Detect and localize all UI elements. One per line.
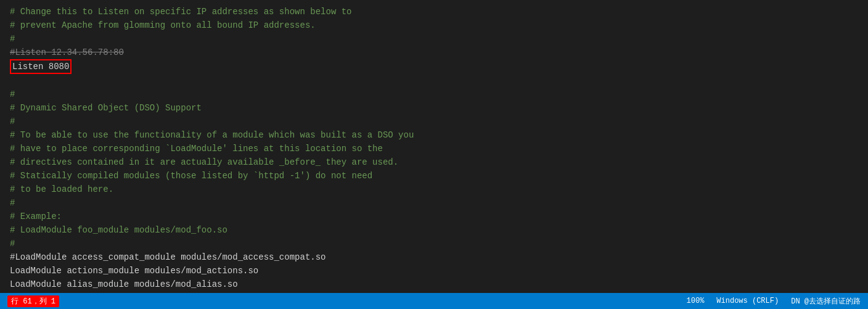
code-line: # <box>10 196 858 210</box>
code-line: # prevent Apache from glomming onto all … <box>10 19 858 32</box>
editor-area[interactable]: # Change this to Listen on specific IP a… <box>0 0 868 293</box>
status-bar: 行 61，列 1 100% Windows (CRLF) DN @去选择自证的路 <box>0 293 868 309</box>
zoom-level: 100% <box>687 297 705 305</box>
code-line: #Listen 12.34.56.78:80 <box>10 46 858 59</box>
code-line: LoadModule actions_module modules/mod_ac… <box>10 264 858 278</box>
code-line: # <box>10 115 858 128</box>
code-line: Listen 8080 <box>10 59 858 74</box>
code-line: # to be loaded here. <box>10 183 858 196</box>
cursor-position: 行 61，列 1 <box>7 295 59 307</box>
status-left: 行 61，列 1 <box>7 295 59 307</box>
code-line: # <box>10 32 858 46</box>
code-line: # have to place corresponding `LoadModul… <box>10 142 858 155</box>
code-line: # <box>10 88 858 101</box>
line-ending: Windows (CRLF) <box>716 297 779 305</box>
code-line: # Change this to Listen on specific IP a… <box>10 5 858 19</box>
code-line: # directives contained in it are actuall… <box>10 155 858 169</box>
status-right: 100% Windows (CRLF) DN @去选择自证的路 <box>687 296 861 307</box>
code-line: # <box>10 237 858 250</box>
code-line: # To be able to use the functionality of… <box>10 128 858 142</box>
code-line: # LoadModule foo_module modules/mod_foo.… <box>10 223 858 237</box>
code-line <box>10 74 858 88</box>
code-line: # Dynamic Shared Object (DSO) Support <box>10 101 858 115</box>
code-line: #LoadModule access_compat_module modules… <box>10 250 858 264</box>
encoding: DN @去选择自证的路 <box>791 296 861 307</box>
code-line: # Statically compiled modules (those lis… <box>10 169 858 183</box>
code-content: # Change this to Listen on specific IP a… <box>0 5 868 291</box>
code-line: # Example: <box>10 210 858 223</box>
highlighted-directive: Listen 8080 <box>10 59 72 74</box>
code-line: LoadModule alias_module modules/mod_alia… <box>10 278 858 291</box>
